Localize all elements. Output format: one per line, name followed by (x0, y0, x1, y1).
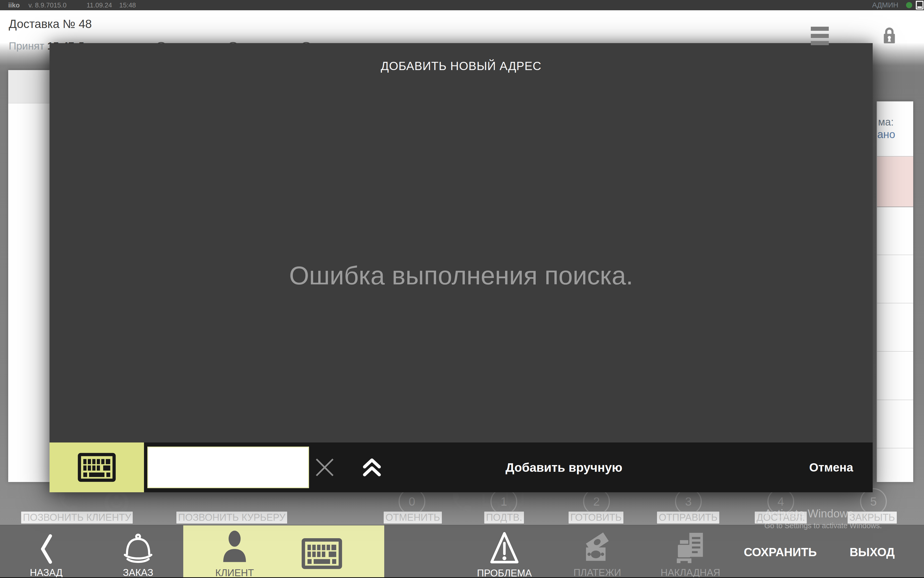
order-items-panel-header (8, 70, 50, 104)
back-chevron-icon (39, 531, 53, 564)
lock-icon (882, 25, 897, 46)
show-keyboard-button[interactable] (50, 442, 144, 492)
nav-order-button[interactable]: ЗАКАЗ (120, 525, 157, 578)
nav-problem-button[interactable]: ПРОБЛЕМА (475, 525, 533, 578)
action-confirm[interactable]: ПОДТВ. (484, 511, 525, 524)
system-time: 15:48 (119, 1, 136, 9)
system-titlebar: iiko v. 8.9.7015.0 11.09.24 15:48 АДМИН (0, 0, 924, 10)
call-client-button[interactable]: ПОЗВОНИТЬ КЛИЕНТУ (21, 511, 133, 524)
nav-back-button[interactable]: НАЗАД (28, 525, 64, 578)
warning-triangle-icon (489, 531, 520, 565)
chevron-double-up-icon (361, 457, 383, 478)
app-version: v. 8.9.7015.0 (29, 1, 67, 9)
keyboard-icon (78, 453, 116, 482)
action-cancel-order[interactable]: ОТМЕНИТЬ (383, 511, 442, 524)
nav-invoice-button[interactable]: НАКЛАДНАЯ (659, 525, 722, 578)
order-sum-fragment: ма: (878, 116, 894, 128)
cloche-icon (121, 531, 155, 564)
cash-icon (581, 531, 614, 564)
exit-button[interactable]: ВЫХОД (848, 525, 896, 578)
hamburger-icon (811, 27, 829, 31)
client-keyboard-icon (301, 538, 343, 570)
printer-document-icon (675, 531, 706, 564)
modal-title: ДОБАВИТЬ НОВЫЙ АДРЕС (50, 59, 873, 73)
accepted-label: Принят (9, 40, 47, 52)
payment-status-fragment: ано (877, 128, 895, 141)
cancel-button[interactable]: Отмена (808, 442, 855, 492)
page-title: Доставка № 48 (9, 17, 92, 31)
bottom-navigation: НАЗАД ЗАКАЗ (0, 525, 924, 578)
app-logo: iiko (8, 1, 20, 9)
battery-icon (916, 1, 924, 10)
order-items-panel (8, 70, 50, 482)
modal-footer-bar: Добавить вручную Отмена (50, 442, 873, 492)
windows-watermark-line1: Activate Windows (764, 507, 853, 520)
clear-input-button[interactable] (310, 453, 339, 482)
nav-client-button[interactable]: КЛИЕНТ (183, 525, 384, 578)
search-error-message: Ошибка выполнения поиска. (50, 261, 873, 290)
lock-screen-button[interactable] (882, 25, 897, 47)
nav-payments-button[interactable]: ПЛАТЕЖИ (572, 525, 623, 578)
call-courier-button[interactable]: ПОЗВОНИТЬ КУРЬЕРУ (176, 511, 287, 524)
action-send[interactable]: ОТПРАВИТЬ (656, 511, 719, 524)
current-user[interactable]: АДМИН (872, 1, 898, 9)
menu-button[interactable] (811, 27, 829, 45)
close-icon (312, 455, 338, 480)
windows-watermark-line2: Go to Settings to activate Windows. (764, 521, 882, 530)
call-courier-phone-icon (450, 490, 474, 515)
save-button[interactable]: СОХРАНИТЬ (742, 525, 818, 578)
action-prepare[interactable]: ГОТОВИТЬ (568, 511, 624, 524)
collapse-keyboard-button[interactable] (357, 455, 387, 480)
highlighted-row[interactable] (877, 156, 913, 207)
person-icon (221, 530, 248, 564)
address-search-input[interactable] (147, 446, 309, 488)
nav-client-label: КЛИЕНТ (209, 567, 260, 578)
system-date: 11.09.24 (86, 1, 112, 9)
add-address-modal: ДОБАВИТЬ НОВЫЙ АДРЕС Ошибка выполнения п… (50, 43, 873, 492)
app-window: iiko v. 8.9.7015.0 11.09.24 15:48 АДМИН … (0, 0, 924, 578)
connection-status-icon (906, 2, 912, 8)
add-manually-button[interactable]: Добавить вручную (474, 442, 654, 492)
order-summary-panel: ма: ано (877, 101, 913, 482)
